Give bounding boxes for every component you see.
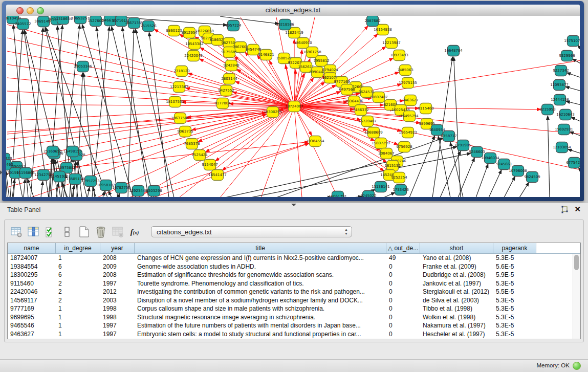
left-panel-collapse-icon[interactable] [0, 170, 3, 174]
graph-node[interactable]: 9146821 [258, 50, 274, 60]
graph-node[interactable]: 16541477 [208, 170, 227, 181]
graph-node[interactable]: 12975155 [399, 78, 417, 89]
graph-node[interactable]: 9115460 [418, 103, 433, 114]
new-column-icon[interactable] [77, 225, 91, 238]
table-row[interactable]: 2242004622012Investigating the contribut… [8, 288, 580, 296]
table-row[interactable]: 1938455462009Genome-wide association stu… [8, 262, 580, 271]
graph-node[interactable]: 15751074 [564, 36, 580, 47]
svg-text:10543382: 10543382 [185, 42, 204, 46]
graph-node[interactable]: 9756928 [396, 142, 412, 152]
table-cell: 9463627 [8, 330, 56, 339]
svg-text:10973493: 10973493 [390, 53, 408, 57]
graph-node[interactable]: 9063735 [177, 126, 193, 137]
svg-text:1527602: 1527602 [88, 19, 103, 23]
graph-node[interactable]: 9175685 [221, 47, 237, 58]
table-row[interactable]: 1456911722003Disruption of a novel membe… [8, 296, 580, 305]
graph-node[interactable]: 10973493 [390, 50, 408, 61]
table-row[interactable]: 1872400712008Changes of HCN gene express… [8, 254, 580, 262]
graph-node[interactable]: 10653257 [71, 16, 90, 24]
graph-node[interactable]: 16210643 [556, 110, 575, 120]
table-row[interactable]: 946362711997Embryonic stem cells: a mode… [8, 330, 580, 339]
network-canvas[interactable]: 1872400788601238912954182260589827509105… [6, 16, 580, 197]
graph-node[interactable]: 12103054 [553, 142, 571, 153]
delete-column-trash-icon[interactable] [94, 225, 107, 238]
graph-node[interactable]: 8860123 [166, 26, 182, 36]
graph-node[interactable]: 9252254 [391, 172, 407, 183]
split-rows-icon[interactable] [60, 225, 74, 238]
table-mode-icon[interactable] [10, 225, 23, 238]
svg-text:15136141: 15136141 [372, 185, 390, 189]
table-cell: Investigating the contribution of common… [135, 288, 386, 296]
column-header[interactable]: title [135, 243, 386, 254]
column-header[interactable]: △ out_de... [386, 243, 420, 254]
table-selector-combobox[interactable]: citations_edges.txt ▲▼ [151, 226, 352, 237]
table-cell: 0 [386, 330, 420, 339]
graph-node[interactable]: 15136141 [372, 182, 390, 192]
table-cell: Estimation of significance thresholds fo… [135, 271, 386, 279]
graph-node[interactable]: 9463627 [402, 95, 418, 106]
graph-node[interactable]: 15807299 [372, 138, 390, 149]
graph-node[interactable]: 8215953 [539, 104, 555, 115]
column-header[interactable]: short [420, 243, 493, 254]
graph-node[interactable]: 2803144 [221, 74, 237, 84]
graph-node[interactable]: 19654923 [399, 127, 417, 138]
graph-node[interactable]: 9154047 [202, 160, 217, 170]
svg-text:12213987: 12213987 [382, 41, 401, 45]
graph-node[interactable]: 22420046 [184, 51, 203, 61]
float-panel-icon[interactable] [560, 206, 569, 214]
graph-node[interactable]: 6775429 [566, 158, 580, 168]
graph-node[interactable]: 9824509 [524, 172, 540, 183]
graph-node[interactable]: 12213987 [382, 38, 401, 49]
table-row[interactable]: 911546021997Tourette syndrome. Phenomeno… [8, 279, 580, 288]
close-panel-icon[interactable]: ✕ [574, 205, 581, 214]
graph-node[interactable]: 7685378 [184, 139, 200, 149]
table-cell: Tibbo et al. (1998) [420, 304, 493, 313]
select-rows-checks-icon[interactable] [43, 225, 57, 238]
graph-node[interactable]: 2405572 [15, 19, 31, 30]
graph-node[interactable]: 9245661 [496, 159, 512, 170]
graph-node[interactable]: 9227342 [553, 65, 569, 76]
graph-node[interactable]: 15720407 [358, 116, 377, 127]
graph-node[interactable]: 6497568 [339, 84, 355, 95]
graph-node[interactable]: 29053346 [74, 61, 92, 72]
graph-node[interactable]: 6791985 [455, 140, 471, 151]
graph-node[interactable]: 16061791 [329, 191, 347, 198]
window-titlebar[interactable]: citations_edges.txt [6, 5, 580, 16]
graph-node[interactable]: 7485063 [397, 65, 413, 76]
table-cell: 2009 [100, 262, 135, 271]
column-header[interactable]: name [8, 243, 56, 254]
graph-node[interactable]: 9242848 [223, 60, 239, 71]
graph-node[interactable]: 1733426 [393, 185, 409, 195]
graph-node[interactable]: 9329966 [559, 51, 575, 61]
graph-node[interactable]: 2718120 [173, 66, 189, 77]
table-row[interactable]: 946554611997Estimation of the future num… [8, 321, 580, 330]
graph-node[interactable]: 10688609 [364, 127, 383, 138]
graph-node[interactable]: 9427552 [218, 85, 234, 96]
table-row[interactable]: 977716911998Corpus callosum shape and si… [8, 304, 580, 313]
graph-node[interactable]: 12444158 [551, 95, 569, 105]
graph-node[interactable]: 9177004 [214, 98, 231, 109]
column-header[interactable]: in_degree [56, 243, 100, 254]
table-row[interactable]: 1830029562008Estimation of significance … [8, 271, 580, 279]
graph-node[interactable]: 9358717 [441, 131, 456, 142]
graph-node[interactable]: 7486372 [353, 105, 368, 116]
column-header[interactable]: pagerank [493, 243, 536, 254]
table-row[interactable]: 969969511998Structural magnetic resonanc… [8, 313, 580, 322]
graph-node[interactable]: 8303298 [146, 186, 162, 196]
table-cell: 22420046 [8, 288, 56, 296]
table-scrollbar-thumb[interactable] [574, 255, 579, 270]
column-header[interactable]: year [100, 243, 135, 254]
graph-node[interactable]: 18300295 [264, 107, 282, 118]
graph-node[interactable]: 2087682 [364, 16, 380, 27]
graph-node[interactable]: 12923448 [129, 186, 147, 196]
graph-node[interactable]: 7515526 [140, 21, 157, 32]
graph-node[interactable]: 1527602 [88, 16, 103, 27]
graph-node[interactable]: 12093877 [550, 80, 569, 91]
function-builder-icon[interactable]: f(x) [128, 225, 141, 238]
graph-node[interactable]: 7957224 [225, 20, 242, 31]
graph-node[interactable]: 9245022 [360, 191, 376, 198]
table-vertical-scrollbar[interactable] [573, 254, 580, 339]
graph-node[interactable]: 16648784 [444, 46, 463, 56]
graph-node[interactable]: 7525424 [191, 150, 208, 161]
show-columns-icon[interactable] [27, 225, 40, 238]
